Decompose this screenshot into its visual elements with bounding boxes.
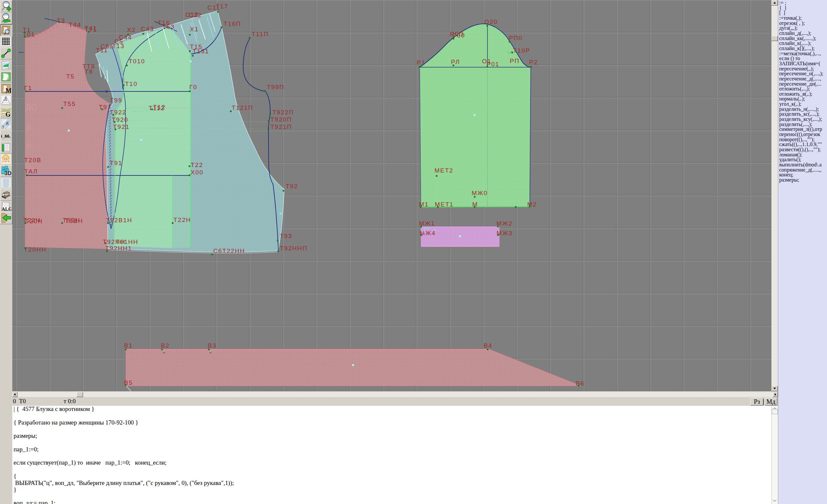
svg-text:МЖ0: МЖ0 bbox=[472, 190, 488, 196]
svg-text:Т921П: Т921П bbox=[271, 123, 292, 130]
svg-text:Т16П: Т16П bbox=[224, 20, 241, 27]
svg-text:Т922П: Т922П bbox=[272, 109, 294, 116]
svg-text:Р2: Р2 bbox=[529, 59, 538, 65]
svg-text:Т010: Т010 bbox=[129, 58, 145, 65]
svg-text:Т151: Т151 bbox=[193, 48, 209, 55]
svg-text:Т10Р: Т10Р bbox=[513, 47, 530, 54]
svg-text:РП0: РП0 bbox=[509, 35, 523, 41]
svg-text:РП: РП bbox=[510, 57, 520, 64]
svg-text:МЖ2: МЖ2 bbox=[496, 220, 513, 227]
svg-text:Т44: Т44 bbox=[69, 21, 82, 28]
svg-text:Т12: Т12 bbox=[153, 104, 166, 110]
svg-text:Т99П: Т99П bbox=[267, 84, 284, 91]
svg-text:С: С bbox=[184, 94, 189, 102]
svg-text:Т20Н: Т20Н bbox=[25, 218, 43, 224]
svg-text:ДО: ДО bbox=[25, 102, 38, 112]
svg-text:Г0: Г0 bbox=[189, 84, 197, 91]
svg-text:Л: Л bbox=[184, 144, 189, 152]
svg-text:РЛ: РЛ bbox=[451, 58, 460, 65]
svg-text:Х00: Х00 bbox=[191, 169, 203, 176]
svg-text:ALG: ALG bbox=[2, 206, 11, 212]
svg-text:Х2: Х2 bbox=[127, 27, 136, 33]
svg-text:С22: С22 bbox=[189, 12, 202, 18]
svg-text:3D: 3D bbox=[4, 170, 11, 176]
svg-text:Р01: Р01 bbox=[487, 61, 499, 67]
svg-text:Т11П: Т11П bbox=[252, 31, 269, 38]
svg-text:О20: О20 bbox=[484, 18, 498, 25]
svg-text:Т920П: Т920П bbox=[271, 116, 292, 123]
svg-text:С43: С43 bbox=[141, 26, 154, 32]
svg-text:Т71: Т71 bbox=[85, 26, 97, 33]
svg-text:В3: В3 bbox=[208, 342, 216, 349]
svg-text:В: В bbox=[25, 161, 31, 171]
svg-text:Т10: Т10 bbox=[125, 81, 138, 87]
svg-text:S: S bbox=[26, 122, 31, 132]
svg-text:Т93: Т93 bbox=[280, 233, 292, 239]
svg-text:Т5ВН: Т5ВН bbox=[65, 217, 83, 224]
svg-text:Т5: Т5 bbox=[66, 73, 75, 80]
svg-text:Т922: Т922 bbox=[110, 109, 126, 116]
svg-text:Т17: Т17 bbox=[216, 3, 228, 10]
svg-text:G: G bbox=[5, 111, 11, 117]
svg-text:М2: М2 bbox=[527, 201, 537, 208]
svg-text:Т8: Т8 bbox=[85, 68, 93, 75]
svg-text:AМКA: AМКA bbox=[3, 100, 7, 101]
svg-text:Т91: Т91 bbox=[110, 160, 123, 166]
svg-text:МЕТ2: МЕТ2 bbox=[435, 167, 453, 174]
svg-text:Т92ННП: Т92ННП bbox=[280, 245, 307, 252]
svg-text:Т92: Т92 bbox=[286, 183, 298, 190]
svg-text:МЖ3: МЖ3 bbox=[496, 230, 513, 237]
svg-text:Г1: Г1 bbox=[24, 85, 32, 91]
svg-text:Х1: Х1 bbox=[190, 26, 199, 33]
svg-text:В6: В6 bbox=[576, 380, 584, 387]
svg-text:Т3: Т3 bbox=[57, 17, 65, 24]
svg-text:M: M bbox=[5, 87, 11, 94]
svg-text:Э: Э bbox=[185, 127, 190, 135]
svg-text:Т01НН: Т01НН bbox=[116, 239, 138, 245]
svg-text:i_66.: i_66. bbox=[1, 134, 11, 139]
svg-text:Л: Л bbox=[26, 142, 31, 151]
svg-text:В2: В2 bbox=[161, 342, 169, 349]
svg-text:Т99: Т99 bbox=[110, 97, 123, 104]
svg-text:Т22Н: Т22Н bbox=[174, 216, 191, 223]
svg-text:Т9: Т9 bbox=[99, 104, 107, 110]
svg-text:Т121П: Т121П bbox=[232, 104, 253, 111]
svg-text:7: 7 bbox=[2, 125, 4, 129]
svg-text:Т13: Т13 bbox=[112, 43, 125, 49]
svg-text:Р1: Р1 bbox=[417, 59, 426, 66]
svg-text:Т11: Т11 bbox=[96, 47, 108, 54]
svg-text:МЖ1: МЖ1 bbox=[419, 220, 435, 227]
svg-text:В4: В4 bbox=[484, 342, 492, 349]
svg-text:Т63: Т63 bbox=[162, 23, 175, 30]
svg-text:Т22: Т22 bbox=[191, 161, 203, 168]
svg-text:8: 8 bbox=[6, 121, 9, 126]
svg-text:Т55: Т55 bbox=[63, 100, 76, 107]
svg-text:Т92В1Н: Т92В1Н bbox=[106, 217, 133, 223]
svg-text:Т20НН: Т20НН bbox=[24, 246, 47, 253]
svg-text:В1: В1 bbox=[124, 342, 133, 349]
